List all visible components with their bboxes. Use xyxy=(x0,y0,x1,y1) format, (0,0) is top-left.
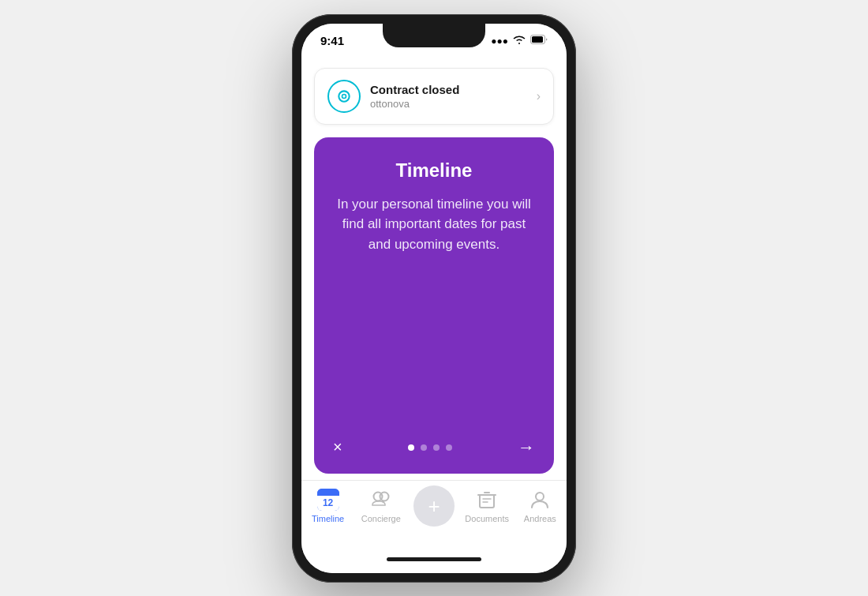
signal-icon: ●●● xyxy=(491,36,508,47)
next-button[interactable]: → xyxy=(518,437,535,458)
tab-documents-label: Documents xyxy=(465,514,509,523)
timeline-description: In your personal timeline you will find … xyxy=(333,194,535,422)
timeline-title: Timeline xyxy=(396,159,473,182)
plus-icon: + xyxy=(428,496,440,516)
phone-screen: 9:41 ●●● xyxy=(301,24,567,573)
card-footer: × → xyxy=(333,437,535,458)
battery-icon xyxy=(530,35,548,47)
wifi-icon xyxy=(513,35,526,47)
dot-2 xyxy=(421,444,427,451)
svg-point-2 xyxy=(339,91,349,101)
status-time: 9:41 xyxy=(320,34,344,47)
notification-subtitle: ottonova xyxy=(370,98,527,110)
timeline-tab-icon: 12 xyxy=(317,489,339,511)
tab-documents[interactable]: Documents xyxy=(463,489,511,523)
home-indicator xyxy=(301,546,567,573)
svg-point-5 xyxy=(380,492,388,500)
timeline-card: Timeline In your personal timeline you w… xyxy=(314,137,554,474)
dot-1 xyxy=(408,444,414,451)
main-content: Contract closed ottonova › Timeline In y… xyxy=(301,58,567,480)
tab-concierge-label: Concierge xyxy=(361,514,401,523)
tab-andreas[interactable]: Andreas xyxy=(516,489,563,523)
concierge-tab-icon xyxy=(370,489,392,511)
svg-rect-1 xyxy=(532,36,543,43)
svg-point-6 xyxy=(536,493,544,500)
status-icons: ●●● xyxy=(491,35,548,47)
dot-3 xyxy=(433,444,440,451)
tab-add[interactable]: + xyxy=(410,489,458,527)
tab-concierge[interactable]: Concierge xyxy=(357,489,405,523)
bottom-navigation: 12 Timeline Concierge xyxy=(301,480,567,546)
calendar-number: 12 xyxy=(317,496,339,511)
svg-point-3 xyxy=(342,94,346,98)
notification-title: Contract closed xyxy=(370,83,527,96)
chevron-icon: › xyxy=(537,89,541,103)
notch xyxy=(383,24,485,47)
close-button[interactable]: × xyxy=(333,438,342,456)
andreas-tab-icon xyxy=(529,489,551,511)
tab-timeline[interactable]: 12 Timeline xyxy=(305,489,352,523)
ottonova-icon xyxy=(327,80,361,113)
tab-andreas-label: Andreas xyxy=(524,514,556,523)
notification-card[interactable]: Contract closed ottonova › xyxy=(314,68,554,125)
dot-4 xyxy=(446,444,452,451)
documents-tab-icon xyxy=(476,489,498,511)
phone-frame: 9:41 ●●● xyxy=(292,14,576,583)
tab-timeline-label: Timeline xyxy=(312,514,344,523)
home-bar xyxy=(387,557,481,561)
add-button[interactable]: + xyxy=(413,485,455,527)
notification-text: Contract closed ottonova xyxy=(370,83,527,110)
pagination-dots xyxy=(408,444,452,451)
